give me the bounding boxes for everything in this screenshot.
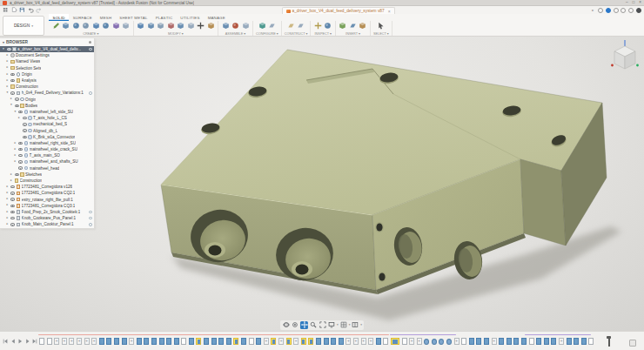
timeline-group-overline-0[interactable] <box>38 334 389 335</box>
ribbon-group-label-configure[interactable]: CONFIGURE ▾ <box>256 31 278 36</box>
timeline-feature-61[interactable] <box>499 338 504 345</box>
model-3d-view[interactable] <box>0 37 644 331</box>
configure-icon[interactable] <box>258 22 266 30</box>
timeline-feature-13[interactable] <box>137 338 142 345</box>
timeline-feature-40[interactable] <box>339 338 344 345</box>
timeline-feature-38[interactable] <box>324 338 329 345</box>
maximize-button[interactable]: □ <box>633 1 635 5</box>
section-analysis-icon[interactable] <box>324 22 332 30</box>
tab-surface[interactable]: SURFACE <box>69 14 96 21</box>
revolve-icon[interactable] <box>102 22 111 30</box>
ribbon-group-label-construct[interactable]: CONSTRUCT ▾ <box>285 31 308 36</box>
timeline-feature-70[interactable] <box>567 338 572 345</box>
timeline-feature-19[interactable] <box>181 338 186 345</box>
select-icon[interactable] <box>377 22 386 30</box>
timeline-feature-39[interactable] <box>331 338 336 345</box>
timeline-feature-21[interactable] <box>196 338 201 345</box>
timeline-feature-54[interactable] <box>446 339 452 345</box>
tree-caret-icon[interactable]: ▸ <box>17 117 21 120</box>
timeline-feature-60[interactable]: + <box>492 338 497 345</box>
activate-component-radio[interactable] <box>89 223 92 226</box>
browser-row-origin[interactable]: ▸Origin <box>0 97 94 103</box>
shell-icon[interactable] <box>157 22 165 30</box>
tree-caret-icon[interactable]: ▸ <box>14 142 17 145</box>
browser-row-named-views[interactable]: ▸Named Views <box>0 58 94 64</box>
browser-row-estry-rotaxe-right-8te-pull-1[interactable]: ▸estry_rotaxe_right_8te_pull:1 <box>0 197 94 203</box>
visibility-eye-icon[interactable] <box>10 198 15 200</box>
timeline-feature-10[interactable] <box>114 338 119 345</box>
pan-icon[interactable] <box>300 321 308 329</box>
notifications-icon[interactable] <box>621 8 626 13</box>
timeline-feature-8[interactable] <box>99 338 104 345</box>
timeline-feature-55[interactable]: + <box>454 338 460 345</box>
timeline-feature-66[interactable] <box>536 338 541 345</box>
browser-row-document-settings[interactable]: ▸Document Settings <box>0 52 94 58</box>
browser-row-h-0x4-feed-delivery-variations-1[interactable]: ▾h_0x4_Feed_Delivery_Variations:1 <box>0 90 94 96</box>
timeline-feature-29[interactable] <box>256 338 261 345</box>
browser-row-knob-main-cooktur-panel-1[interactable]: ▸Knob_Main_Cooktur_Panel:1 <box>0 221 94 227</box>
close-button[interactable]: × <box>639 1 641 5</box>
tree-caret-icon[interactable]: ▸ <box>10 173 13 177</box>
tree-caret-icon[interactable]: ▾ <box>10 104 13 107</box>
document-tab-close-icon[interactable]: × <box>388 9 391 14</box>
visibility-eye-icon[interactable] <box>10 79 15 82</box>
visibility-eye-icon[interactable] <box>10 192 15 194</box>
timeline-feature-53[interactable] <box>439 339 444 345</box>
ribbon-group-label-create[interactable]: CREATE ▾ <box>83 31 98 36</box>
activate-component-radio[interactable] <box>89 91 92 95</box>
timeline-feature-16[interactable] <box>159 338 164 345</box>
timeline-feature-51[interactable] <box>424 339 429 345</box>
timeline-group-overline-2[interactable] <box>525 334 591 335</box>
decal-icon[interactable] <box>348 22 357 30</box>
extrude-icon[interactable] <box>91 22 100 30</box>
ribbon-group-label-inspect[interactable]: INSPECT ▾ <box>315 31 332 36</box>
visibility-eye-icon[interactable] <box>15 104 19 107</box>
browser-row-17723481-corregidora-cq3-1[interactable]: ▸17723481_Corregidora CQ3:1 <box>0 203 94 209</box>
timeline-feature-65[interactable] <box>529 338 534 345</box>
timeline-feature-31[interactable] <box>271 338 276 345</box>
browser-row-k-bnk-w1a-connector[interactable]: K_Bnk_w1a_Connector <box>0 134 94 140</box>
browser-row-t-axis-main-so[interactable]: ▸T_axis_main_SO <box>0 152 94 158</box>
timeline-feature-69[interactable]: + <box>559 338 564 345</box>
insert-mesh-icon[interactable] <box>359 22 367 30</box>
ribbon-group-label-select[interactable]: SELECT ▾ <box>373 31 389 36</box>
timeline-feature-50[interactable]: + <box>417 338 422 345</box>
tab-sheet-metal[interactable]: SHEET METAL <box>116 14 151 21</box>
activate-component-radio[interactable] <box>89 217 92 220</box>
browser-row-aligned-db-l[interactable]: Aligned_db_L <box>0 127 94 133</box>
display-settings-icon[interactable] <box>327 321 335 329</box>
browser-row-mechanical-bed-s[interactable]: mechanical_bed_S <box>0 121 94 127</box>
timeline-feature-27[interactable] <box>241 338 246 345</box>
step-back-icon[interactable] <box>10 338 16 344</box>
timeline-feature-56[interactable] <box>461 338 466 345</box>
browser-row-origin[interactable]: ▸Origin <box>0 71 94 77</box>
timeline-feature-67[interactable] <box>544 338 549 345</box>
browser-row-mainwheel-left-side-su[interactable]: ▾mainwheel_left_side_SU <box>0 109 94 115</box>
timeline-feature-63[interactable] <box>513 338 519 345</box>
cylinder-icon[interactable] <box>71 22 80 30</box>
measure-icon[interactable] <box>313 22 322 30</box>
layout-grid-caret-icon[interactable]: ▾ <box>349 323 351 326</box>
visibility-eye-icon[interactable] <box>10 223 15 225</box>
timeline-feature-46[interactable] <box>383 338 388 345</box>
timeline-feature-44[interactable]: + <box>368 338 373 345</box>
visibility-eye-icon[interactable] <box>10 185 15 188</box>
visibility-eye-icon[interactable] <box>15 173 19 176</box>
browser-row-mainwheel-and-shafts-su[interactable]: ▸mainwheel_and_shafts_SU <box>0 158 94 165</box>
timeline-feature-45[interactable] <box>376 338 381 345</box>
browser-row-mainwheel-side-crack-su[interactable]: ▸mainwheel_side_crack_SU <box>0 146 94 152</box>
ribbon-group-label-assemble[interactable]: ASSEMBLE ▾ <box>225 31 245 36</box>
browser-row-food-prep-2x-smok-cooktek-1[interactable]: ▸Food_Prep_2x_Smok_Cooktek:1 <box>0 209 94 215</box>
help-icon[interactable] <box>628 8 634 13</box>
display-settings-caret-icon[interactable]: ▾ <box>337 323 339 326</box>
profile-avatar-icon[interactable] <box>636 8 641 13</box>
timeline-feature-1[interactable] <box>47 338 52 345</box>
tree-caret-icon[interactable]: ▸ <box>6 54 10 57</box>
timeline-group-overline-1[interactable] <box>390 334 456 335</box>
model-step-face[interactable] <box>520 159 566 246</box>
timeline-feature-72[interactable] <box>581 338 587 345</box>
construction-axis-icon[interactable] <box>297 22 305 30</box>
visibility-eye-icon[interactable] <box>23 129 27 131</box>
rigid-group-icon[interactable] <box>241 22 250 30</box>
timeline-feature-52[interactable] <box>432 339 437 345</box>
